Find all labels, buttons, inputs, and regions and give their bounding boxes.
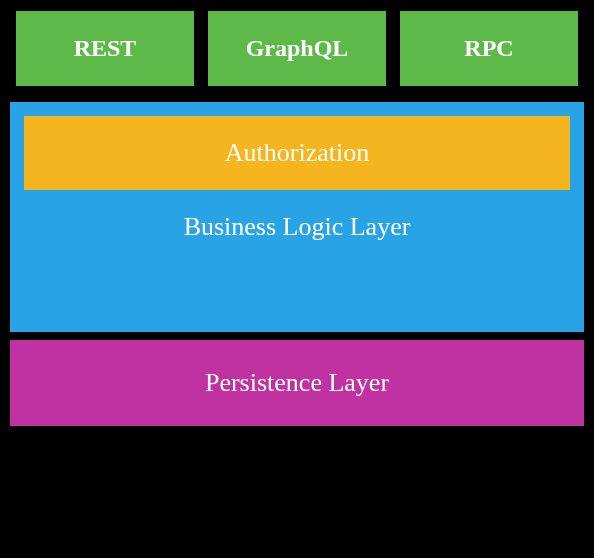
graphql-label: GraphQL: [246, 35, 349, 61]
persistence-layer: Persistence Layer: [10, 340, 584, 426]
rpc-label: RPC: [464, 35, 513, 61]
persistence-label: Persistence Layer: [205, 368, 389, 397]
authorization-label: Authorization: [225, 138, 369, 167]
authorization-box: Authorization: [24, 116, 570, 190]
business-logic-label: Business Logic Layer: [184, 212, 411, 242]
graphql-box: GraphQL: [208, 11, 386, 86]
api-endpoint-row: REST GraphQL RPC: [0, 0, 594, 94]
rpc-box: RPC: [400, 11, 578, 86]
rest-box: REST: [16, 11, 194, 86]
rest-label: REST: [74, 35, 137, 61]
business-logic-layer: Authorization Business Logic Layer: [10, 102, 584, 332]
